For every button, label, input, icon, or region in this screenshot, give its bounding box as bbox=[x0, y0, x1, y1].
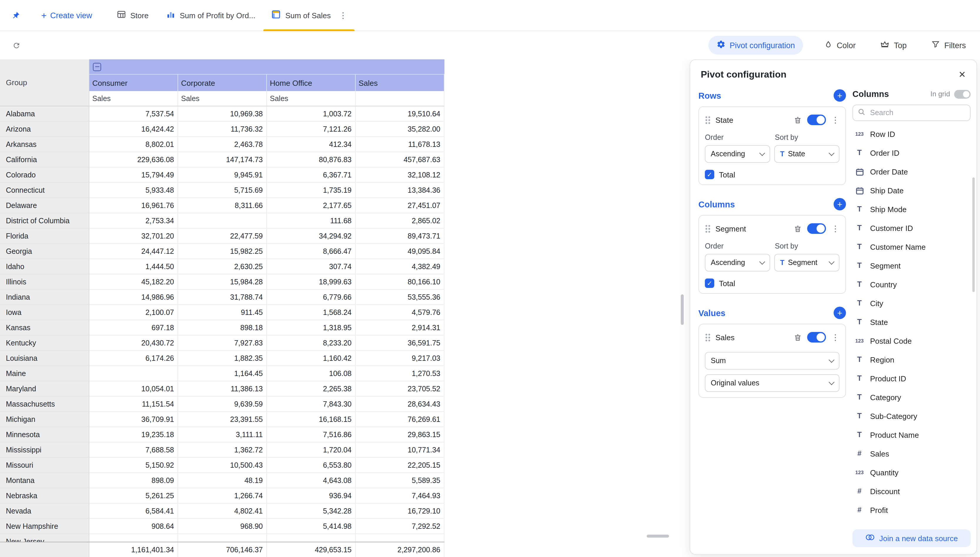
add-column-field-button[interactable]: + bbox=[833, 198, 846, 210]
add-row-field-button[interactable]: + bbox=[833, 89, 846, 102]
search-box bbox=[853, 104, 970, 121]
drag-handle-icon[interactable] bbox=[705, 225, 712, 233]
row-group-label: Colorado bbox=[0, 168, 90, 183]
values-field-menu-icon[interactable]: ⋮ bbox=[831, 332, 840, 342]
search-icon bbox=[858, 107, 865, 118]
row-group-label: Idaho bbox=[0, 259, 90, 274]
values-field-toggle[interactable] bbox=[807, 332, 826, 342]
field-item[interactable]: Ship Date bbox=[853, 181, 970, 200]
table-cell: 5,933.48 bbox=[90, 183, 178, 198]
rows-sortby-select[interactable]: T State bbox=[774, 145, 840, 163]
field-item[interactable]: 123Row ID bbox=[853, 125, 970, 143]
field-item[interactable]: TCity bbox=[853, 294, 970, 313]
table-cell: 5,342.28 bbox=[267, 503, 355, 519]
field-item[interactable]: TCountry bbox=[853, 275, 970, 294]
collapse-icon[interactable] bbox=[93, 63, 101, 71]
field-type-text-icon: T bbox=[854, 280, 865, 288]
field-type-text-icon: T bbox=[854, 431, 865, 439]
field-item[interactable]: TCustomer ID bbox=[853, 218, 970, 237]
row-group-label: Missouri bbox=[0, 458, 90, 473]
join-data-source-button[interactable]: Join a new data source bbox=[853, 529, 970, 547]
field-item[interactable]: #Sales bbox=[853, 444, 970, 463]
pin-icon[interactable] bbox=[8, 8, 23, 23]
table-cell: 10,771.34 bbox=[355, 443, 444, 458]
pivot-configuration-panel: Pivot configuration ✕ Rows + State bbox=[690, 59, 977, 555]
columns-field-toggle[interactable] bbox=[807, 223, 826, 234]
field-item[interactable]: TProduct ID bbox=[853, 369, 970, 388]
tab-sum-of-sales[interactable]: Sum of Sales ⋮ bbox=[272, 0, 347, 31]
tab-menu-icon[interactable]: ⋮ bbox=[339, 11, 347, 20]
tab-store[interactable]: Store bbox=[117, 0, 148, 31]
field-item[interactable]: TState bbox=[853, 313, 970, 331]
table-cell: 9,217.03 bbox=[355, 351, 444, 366]
field-item[interactable]: TSub-Category bbox=[853, 407, 970, 425]
table-cell: 6,367.71 bbox=[267, 168, 355, 183]
field-item[interactable]: TShip Mode bbox=[853, 200, 970, 218]
panel-scrollbar[interactable] bbox=[972, 178, 975, 292]
table-cell: 89,473.71 bbox=[355, 228, 444, 244]
color-button[interactable]: Color bbox=[821, 39, 859, 51]
refresh-icon[interactable] bbox=[9, 37, 24, 53]
trash-icon[interactable] bbox=[794, 333, 802, 342]
column-group-corporate[interactable]: Corporate bbox=[178, 75, 267, 91]
field-label: Customer ID bbox=[870, 223, 913, 232]
rows-sortby-value: State bbox=[788, 150, 805, 158]
sub-header-sales-1[interactable]: Sales bbox=[90, 91, 178, 106]
columns-sortby-select[interactable]: T Segment bbox=[774, 254, 840, 272]
totals-cell-consumer: 1,161,401.34 bbox=[90, 542, 178, 557]
columns-total-checkbox[interactable]: ✓ bbox=[705, 278, 714, 288]
vertical-scrollbar[interactable] bbox=[681, 294, 684, 325]
filters-button[interactable]: Filters bbox=[928, 39, 970, 51]
values-aggregation-select[interactable]: Sum bbox=[705, 352, 840, 370]
table-cell: 1,720.04 bbox=[267, 443, 355, 458]
rows-order-select[interactable]: Ascending bbox=[705, 145, 770, 163]
trash-icon[interactable] bbox=[794, 224, 802, 233]
field-item[interactable]: TProduct Name bbox=[853, 425, 970, 444]
sub-header-sales-3[interactable]: Sales bbox=[267, 91, 355, 106]
column-group-home-office[interactable]: Home Office bbox=[267, 75, 355, 91]
field-label: Sales bbox=[870, 449, 889, 458]
field-item[interactable]: 123Postal Code bbox=[853, 331, 970, 350]
columns-section-title: Columns bbox=[698, 199, 735, 209]
in-grid-toggle[interactable] bbox=[954, 90, 970, 98]
field-item[interactable]: TSegment bbox=[853, 256, 970, 275]
column-group-consumer[interactable]: Consumer bbox=[90, 75, 178, 91]
top-button[interactable]: Top bbox=[877, 39, 910, 51]
tab-sum-of-profit[interactable]: Sum of Profit by Ord... bbox=[166, 0, 255, 31]
field-item[interactable]: TRegion bbox=[853, 350, 970, 369]
table-cell: 20,430.72 bbox=[90, 336, 178, 351]
columns-field-menu-icon[interactable]: ⋮ bbox=[831, 224, 840, 233]
values-section-title: Values bbox=[698, 308, 726, 318]
table-cell: 10,500.43 bbox=[178, 458, 267, 473]
rows-field-menu-icon[interactable]: ⋮ bbox=[831, 115, 840, 125]
table-cell: 19,510.64 bbox=[355, 106, 444, 122]
close-icon[interactable]: ✕ bbox=[959, 69, 966, 80]
table-cell: 11,386.13 bbox=[178, 381, 267, 397]
field-item[interactable]: TCategory bbox=[853, 388, 970, 407]
drag-handle-icon[interactable] bbox=[705, 333, 712, 341]
field-item[interactable]: TOrder ID bbox=[853, 143, 970, 162]
rows-total-checkbox[interactable]: ✓ bbox=[705, 170, 714, 179]
columns-order-select[interactable]: Ascending bbox=[705, 254, 770, 272]
values-display-select[interactable]: Original values bbox=[705, 374, 840, 392]
pivot-configuration-button[interactable]: Pivot configuration bbox=[708, 36, 803, 55]
trash-icon[interactable] bbox=[794, 116, 802, 124]
create-view-button[interactable]: + Create view bbox=[38, 10, 96, 20]
pivot-configuration-label: Pivot configuration bbox=[730, 41, 795, 50]
field-item[interactable]: #Profit bbox=[853, 501, 970, 520]
horizontal-scrollbar[interactable] bbox=[647, 535, 669, 537]
totals-group-cell bbox=[0, 542, 90, 557]
field-item[interactable]: #Discount bbox=[853, 482, 970, 501]
field-item[interactable]: Order Date bbox=[853, 162, 970, 181]
field-item[interactable]: TCustomer Name bbox=[853, 237, 970, 256]
field-type-measure-icon: # bbox=[854, 487, 865, 495]
search-input[interactable] bbox=[869, 108, 965, 117]
field-item[interactable]: 123Quantity bbox=[853, 463, 970, 482]
column-group-sales-total[interactable]: Sales bbox=[355, 75, 444, 91]
add-value-field-button[interactable]: + bbox=[833, 307, 846, 319]
sub-header-sales-2[interactable]: Sales bbox=[178, 91, 267, 106]
drag-handle-icon[interactable] bbox=[705, 116, 712, 124]
rows-field-toggle[interactable] bbox=[807, 114, 826, 125]
table-cell: 7,292.52 bbox=[355, 519, 444, 534]
table-cell: 22,205.15 bbox=[355, 458, 444, 473]
